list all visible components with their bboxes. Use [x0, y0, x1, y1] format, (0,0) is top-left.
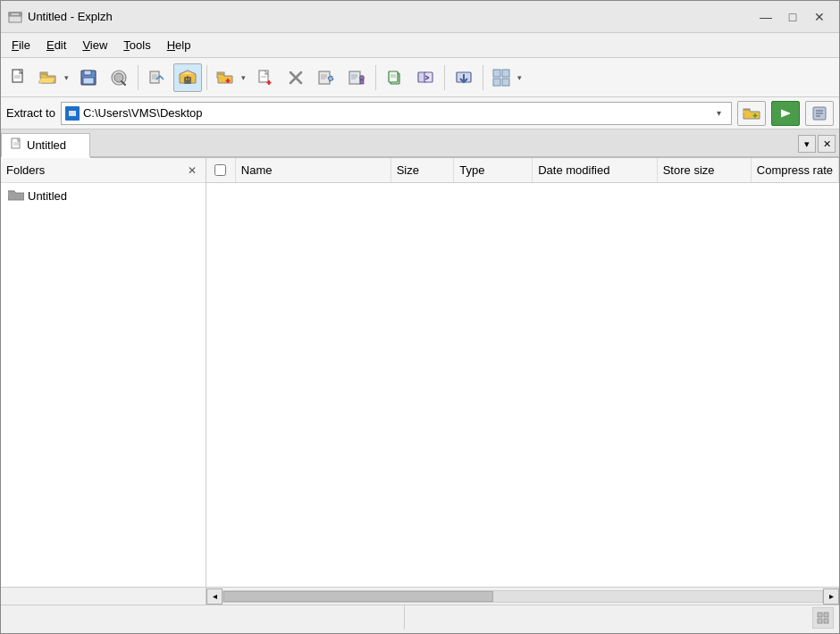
grid-view-button[interactable]: ▾: [488, 63, 525, 92]
new-button[interactable]: [4, 63, 33, 92]
add-button[interactable]: ▾: [212, 63, 249, 92]
tab-dropdown-button[interactable]: ▾: [798, 135, 816, 153]
col-header-store[interactable]: Store size: [658, 158, 752, 182]
extract-browse-button[interactable]: [737, 101, 766, 126]
app-icon: [8, 10, 22, 24]
col-header-type[interactable]: Type: [454, 158, 533, 182]
h-scroll-right-button[interactable]: ▸: [823, 588, 839, 605]
menu-file[interactable]: File: [4, 36, 38, 54]
h-scroll-thumb[interactable]: [223, 591, 493, 602]
folder-item-icon: [8, 188, 24, 204]
h-scroll-spacer: [1, 588, 206, 605]
sep3: [375, 65, 376, 90]
svg-rect-68: [824, 619, 828, 623]
h-scroll-bar: ◂ ▸: [206, 588, 839, 605]
folders-panel: Folders ✕ Untitled: [1, 158, 206, 587]
test-button[interactable]: [105, 63, 133, 92]
svg-rect-49: [502, 70, 509, 77]
col-header-checkbox[interactable]: [206, 158, 236, 182]
svg-rect-2: [12, 13, 19, 15]
close-button[interactable]: ✕: [807, 6, 832, 28]
sep5: [483, 65, 483, 90]
file-list-body: [206, 183, 839, 587]
extract-path-dropdown[interactable]: ▾: [710, 103, 727, 124]
grid-btn-icon: [489, 63, 514, 92]
svg-rect-66: [824, 613, 828, 617]
extract-bar: Extract to ▾: [1, 97, 839, 129]
untitled-tab[interactable]: Untitled: [1, 133, 90, 158]
svg-rect-50: [493, 79, 500, 86]
minimize-button[interactable]: —: [753, 6, 778, 28]
open-button[interactable]: ▾: [35, 63, 72, 92]
svg-rect-67: [818, 619, 822, 623]
extract-go-button[interactable]: [771, 101, 800, 126]
status-bar-left: [6, 605, 405, 630]
sep1: [138, 65, 139, 90]
select-all-checkbox[interactable]: [214, 164, 226, 176]
h-scroll-container: ◂ ▸: [1, 587, 839, 605]
rename-button[interactable]: [312, 63, 340, 92]
svg-point-37: [360, 75, 365, 79]
file-list-panel: Name Size Type Date modified Store size …: [206, 158, 839, 587]
h-scroll-track[interactable]: [223, 590, 823, 603]
title-controls: — □ ✕: [753, 6, 832, 28]
title-left: Untitled - Explzh: [8, 10, 113, 24]
folder-item-untitled[interactable]: Untitled: [4, 187, 202, 205]
main-content: Folders ✕ Untitled Name: [1, 158, 839, 587]
toolbar: ▾: [1, 58, 839, 97]
extract-path-input[interactable]: [83, 106, 706, 120]
col-header-name[interactable]: Name: [236, 158, 391, 182]
svg-rect-51: [502, 79, 509, 86]
h-scroll-left-button[interactable]: ◂: [206, 588, 223, 605]
extract-button[interactable]: [173, 63, 202, 92]
tab-close-button[interactable]: ✕: [818, 135, 836, 153]
menu-help[interactable]: Help: [160, 36, 198, 54]
tab-label: Untitled: [27, 138, 66, 152]
open-dropdown-arrow[interactable]: ▾: [61, 63, 71, 92]
status-bar: [1, 605, 839, 630]
col-header-compress[interactable]: Compress rate: [752, 158, 839, 182]
folders-close-button[interactable]: ✕: [184, 163, 200, 179]
menu-edit[interactable]: Edit: [39, 36, 73, 54]
svg-rect-48: [493, 70, 500, 77]
title-bar: Untitled - Explzh — □ ✕: [1, 1, 839, 33]
extract-extra-button[interactable]: [805, 101, 834, 126]
status-bar-corner: [812, 607, 834, 629]
info-button[interactable]: [342, 63, 371, 92]
delete-button[interactable]: [281, 63, 310, 92]
folders-header: Folders ✕: [1, 158, 206, 183]
tab-controls: ▾ ✕: [794, 129, 839, 158]
save-button[interactable]: [74, 63, 103, 92]
menu-tools[interactable]: Tools: [116, 36, 157, 54]
svg-rect-65: [818, 613, 822, 617]
tab-bar: Untitled ▾ ✕: [1, 129, 839, 158]
svg-rect-32: [349, 71, 360, 84]
folder-item-label: Untitled: [28, 189, 67, 203]
menu-view[interactable]: View: [75, 36, 114, 54]
extract-path-container: ▾: [61, 102, 732, 125]
view-button[interactable]: [143, 63, 172, 92]
extract-path-icon: [65, 106, 80, 121]
add-file-button[interactable]: [251, 63, 280, 92]
add-btn-icon: [213, 63, 238, 92]
grid-dropdown-arrow[interactable]: ▾: [514, 63, 525, 92]
col-header-size[interactable]: Size: [391, 158, 455, 182]
folders-tree: Untitled: [1, 183, 206, 587]
add-dropdown-arrow[interactable]: ▾: [238, 63, 248, 92]
copy-button[interactable]: [381, 63, 409, 92]
window-title: Untitled - Explzh: [28, 10, 113, 23]
open-btn-icon: [36, 63, 61, 92]
file-list-header: Name Size Type Date modified Store size …: [206, 158, 839, 183]
download-button[interactable]: [449, 63, 478, 92]
extract-label: Extract to: [6, 106, 55, 120]
folders-header-label: Folders: [6, 163, 45, 177]
menu-bar: File Edit View Tools Help: [1, 33, 839, 58]
move-button[interactable]: [411, 63, 440, 92]
svg-rect-8: [84, 71, 91, 75]
status-bar-right: [408, 605, 806, 630]
sep4: [444, 65, 445, 90]
maximize-button[interactable]: □: [780, 6, 805, 28]
sep2: [206, 65, 207, 90]
col-header-date[interactable]: Date modified: [533, 158, 657, 182]
svg-rect-53: [69, 111, 76, 116]
